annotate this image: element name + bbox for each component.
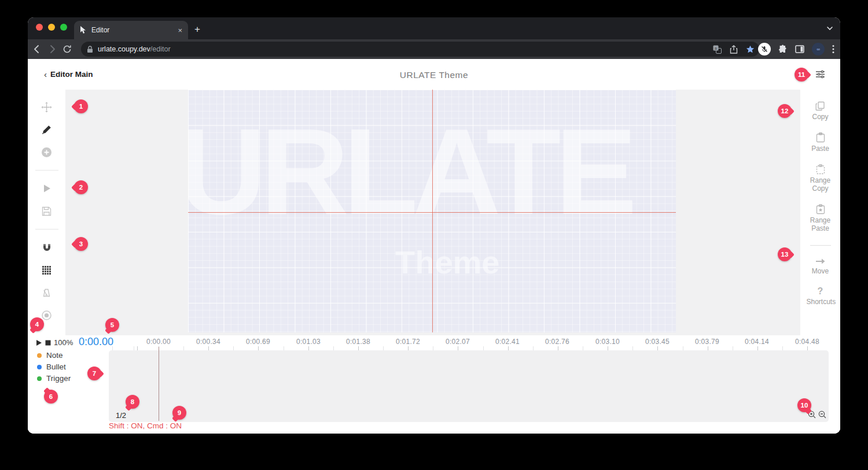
toolbar-divider <box>35 229 58 230</box>
ruler-label: 0:02.76 <box>545 338 569 346</box>
share-icon[interactable] <box>730 45 738 54</box>
forward-icon[interactable] <box>47 45 62 54</box>
translate-icon[interactable]: a <box>713 45 722 54</box>
ruler-label: 0:01.03 <box>296 338 321 346</box>
timeline-ruler-ticks[interactable] <box>109 346 829 350</box>
close-window-button[interactable] <box>36 24 43 31</box>
playback-rate[interactable]: 100% <box>54 338 73 347</box>
callout-badge-2: 2 <box>74 180 88 194</box>
beat-division-value[interactable]: 1/2 <box>116 411 126 420</box>
callout-badge-5: 5 <box>105 318 119 332</box>
move-label: Move <box>807 267 834 275</box>
legend-bullet: Bullet <box>37 362 71 371</box>
record-icon[interactable] <box>41 309 53 321</box>
crosshair-horizontal-line <box>188 212 676 213</box>
magnet-snap-icon[interactable] <box>41 242 53 253</box>
left-tool-rail <box>28 90 65 335</box>
timeline-section: 100% 0:00.00 0:00.00 0:00.34 0:00.69 0:0… <box>28 335 840 434</box>
timeline-stop-icon[interactable] <box>45 340 51 346</box>
add-tool-icon[interactable] <box>41 146 53 158</box>
svg-text:a: a <box>715 46 717 50</box>
legend-note-label: Note <box>46 351 63 360</box>
legend-trigger-label: Trigger <box>46 374 71 383</box>
playhead-line[interactable] <box>159 347 159 421</box>
transport-controls: 100% <box>36 338 73 347</box>
tab-search-chevron-icon[interactable] <box>826 25 833 32</box>
range-copy-button[interactable]: Range Copy <box>807 164 834 193</box>
tab-title: Editor <box>91 26 173 34</box>
ruler-label: 0:04.48 <box>795 338 819 346</box>
ruler-label: 0:00.34 <box>196 338 220 346</box>
timeline-track-panel[interactable] <box>109 350 829 422</box>
timeline-play-icon[interactable] <box>36 339 42 346</box>
move-button[interactable]: Move <box>807 257 834 275</box>
ruler-label: 0:03.79 <box>695 338 719 346</box>
pencil-tool-icon[interactable] <box>41 124 53 135</box>
zoom-out-icon[interactable] <box>818 410 826 419</box>
range-copy-label: Range Copy <box>807 176 834 193</box>
paste-label: Paste <box>807 145 834 153</box>
url-host: urlate.coupy.dev <box>98 45 150 53</box>
bookmark-star-icon[interactable] <box>746 45 755 54</box>
ruler-label: 0:01.38 <box>346 338 370 346</box>
browser-tab[interactable]: Editor × <box>74 21 188 39</box>
callout-badge-1: 1 <box>74 99 88 113</box>
new-tab-button[interactable]: + <box>194 24 200 34</box>
question-icon: ? <box>818 287 823 296</box>
trigger-color-dot <box>37 376 42 381</box>
settings-tune-icon[interactable] <box>815 69 825 79</box>
url-text: urlate.coupy.dev/editor <box>98 45 171 53</box>
metronome-icon[interactable] <box>41 287 53 298</box>
url-path: /editor <box>150 45 171 53</box>
callout-badge-12: 12 <box>778 104 792 118</box>
ruler-label: 0:03.10 <box>595 338 620 346</box>
right-tool-rail: Copy Paste Range Copy Range Paste <box>800 90 840 335</box>
side-panel-icon[interactable] <box>795 45 804 54</box>
minimize-window-button[interactable] <box>48 24 55 31</box>
legend-trigger: Trigger <box>37 374 71 383</box>
lock-icon <box>87 46 93 53</box>
callout-badge-13: 13 <box>778 247 792 261</box>
copy-button[interactable]: Copy <box>807 101 834 121</box>
ruler-label: 0:00.69 <box>246 338 270 346</box>
app-header: ‹ Editor Main URLATE Theme <box>28 59 840 90</box>
play-button-icon[interactable] <box>41 183 53 194</box>
canvas-watermark-title: URLATE <box>188 110 631 233</box>
paste-icon <box>816 132 825 143</box>
mic-muted-extension-icon[interactable] <box>758 43 771 55</box>
bullet-color-dot <box>37 365 42 369</box>
page-title: URLATE Theme <box>28 70 840 80</box>
paste-button[interactable]: Paste <box>807 132 834 153</box>
maximize-window-button[interactable] <box>60 24 67 31</box>
callout-badge-11: 11 <box>795 68 808 82</box>
back-icon[interactable] <box>32 45 47 54</box>
note-type-legend: Note Bullet Trigger <box>37 351 71 383</box>
callout-badge-9: 9 <box>172 406 186 420</box>
browser-tabstrip: Editor × + <box>28 17 840 39</box>
grid-toggle-icon[interactable] <box>41 264 53 276</box>
reload-icon[interactable] <box>62 45 78 54</box>
browser-menu-dots-icon[interactable] <box>832 45 834 54</box>
url-bar[interactable]: urlate.coupy.dev/editor a <box>81 42 759 57</box>
legend-note: Note <box>37 351 71 360</box>
callout-badge-4: 4 <box>30 317 44 331</box>
callout-badge-7: 7 <box>87 367 101 380</box>
extensions-puzzle-icon[interactable] <box>778 45 788 54</box>
shortcuts-button[interactable]: ? Shortcuts <box>807 287 834 306</box>
save-icon[interactable] <box>41 205 53 217</box>
range-paste-button[interactable]: Range Paste <box>807 204 834 232</box>
modifier-status-text: Shift : ON, Cmd : ON <box>109 421 182 430</box>
legend-bullet-label: Bullet <box>46 362 66 371</box>
ruler-label: 0:01.72 <box>396 338 420 346</box>
ruler-label: 0:02.07 <box>446 338 470 346</box>
tab-close-icon[interactable]: × <box>178 26 182 35</box>
shortcuts-label: Shortcuts <box>807 298 834 306</box>
profile-avatar[interactable]: ∞ <box>812 43 825 55</box>
note-color-dot <box>37 353 42 358</box>
callout-badge-10: 10 <box>797 398 811 412</box>
move-tool-icon[interactable] <box>41 101 53 113</box>
browser-toolbar: urlate.coupy.dev/editor a <box>28 39 840 59</box>
note-canvas[interactable]: URLATE Theme <box>188 90 676 332</box>
callout-badge-3: 3 <box>74 237 88 251</box>
ruler-label: 0:00.00 <box>146 338 171 346</box>
